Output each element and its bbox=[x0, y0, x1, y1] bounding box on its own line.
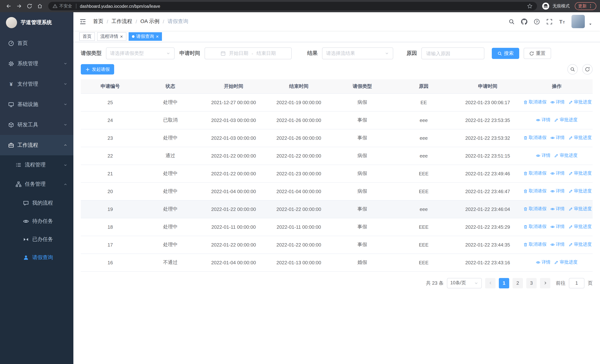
sidebar-item-已办任务[interactable]: 已办任务 bbox=[0, 230, 73, 248]
menu-dots-icon[interactable] bbox=[588, 4, 593, 9]
action-取消请假[interactable]: 取消请假 bbox=[523, 224, 546, 230]
page-button-3[interactable]: 3 bbox=[526, 278, 537, 288]
sidebar-item-工作流程[interactable]: 工作流程 bbox=[0, 135, 73, 155]
sidebar-item-请假查询[interactable]: 请假查询 bbox=[0, 248, 73, 267]
sidebar-item-流程管理[interactable]: 流程管理 bbox=[0, 155, 73, 175]
close-icon[interactable]: × bbox=[120, 34, 123, 39]
user-avatar[interactable] bbox=[572, 15, 585, 28]
next-page-button[interactable] bbox=[540, 278, 550, 288]
column-header: 原因 bbox=[393, 79, 454, 93]
column-header: 操作 bbox=[521, 79, 593, 93]
sidebar-item-label: 请假查询 bbox=[32, 254, 67, 261]
font-size-icon[interactable]: TT bbox=[559, 18, 565, 25]
action-取消请假[interactable]: 取消请假 bbox=[523, 135, 546, 141]
action-取消请假[interactable]: 取消请假 bbox=[523, 188, 546, 195]
sidebar-item-我的流程[interactable]: 我的流程 bbox=[0, 194, 73, 212]
tabs-bar: 首页流程详情×请假查询× bbox=[73, 31, 600, 42]
collapse-sidebar-icon[interactable] bbox=[79, 18, 86, 25]
action-详情[interactable]: 详情 bbox=[550, 99, 565, 105]
github-icon[interactable] bbox=[521, 18, 527, 25]
sidebar-item-任务管理[interactable]: 任务管理 bbox=[0, 175, 73, 194]
sidebar: 芋道管理系统 首页系统管理¥支付管理基础设施研发工具工作流程流程管理任务管理我的… bbox=[0, 12, 73, 364]
action-审批进度[interactable]: 审批进度 bbox=[568, 135, 592, 141]
cancel-icon bbox=[523, 225, 527, 229]
toggle-search-button[interactable] bbox=[567, 64, 578, 75]
action-取消请假[interactable]: 取消请假 bbox=[523, 170, 546, 177]
sidebar-item-基础设施[interactable]: 基础设施 bbox=[0, 94, 73, 114]
sidebar-item-首页[interactable]: 首页 bbox=[0, 33, 73, 53]
action-取消请假[interactable]: 取消请假 bbox=[523, 242, 546, 248]
action-审批进度[interactable]: 审批进度 bbox=[568, 224, 592, 230]
sidebar-item-支付管理[interactable]: ¥支付管理 bbox=[0, 74, 73, 94]
action-详情[interactable]: 详情 bbox=[550, 188, 565, 195]
security-label[interactable]: 不安全 bbox=[59, 3, 72, 9]
reset-button[interactable]: 重置 bbox=[524, 48, 551, 59]
end-date-placeholder: 结束日期 bbox=[256, 50, 276, 57]
action-审批进度[interactable]: 审批进度 bbox=[554, 259, 578, 266]
page-button-2[interactable]: 2 bbox=[513, 278, 523, 288]
create-leave-button[interactable]: 发起请假 bbox=[81, 64, 114, 75]
reload-button[interactable] bbox=[24, 1, 34, 11]
action-审批进度[interactable]: 审批进度 bbox=[554, 117, 578, 123]
browser-url[interactable]: dashboard.yudao.iocoder.cn/bpm/oa/leave bbox=[80, 4, 524, 8]
tab-label: 首页 bbox=[83, 33, 92, 39]
action-详情[interactable]: 详情 bbox=[550, 170, 565, 177]
back-button[interactable] bbox=[4, 1, 13, 11]
result-select[interactable]: 请选择流结果 bbox=[322, 47, 393, 59]
page-size-select[interactable]: 10条/页 bbox=[447, 278, 482, 288]
breadcrumb-item[interactable]: 工作流程 bbox=[112, 18, 132, 25]
tab-流程详情[interactable]: 流程详情× bbox=[97, 32, 126, 41]
action-详情[interactable]: 详情 bbox=[550, 242, 565, 248]
action-详情[interactable]: 详情 bbox=[536, 117, 551, 123]
breadcrumb-item[interactable]: OA 示例 bbox=[141, 18, 159, 25]
sidebar-item-系统管理[interactable]: 系统管理 bbox=[0, 53, 73, 74]
reason-input[interactable] bbox=[425, 50, 480, 56]
home-button[interactable] bbox=[35, 1, 45, 11]
action-详情[interactable]: 详情 bbox=[550, 135, 565, 141]
search-icon[interactable] bbox=[508, 18, 515, 25]
task-icon bbox=[16, 181, 21, 187]
action-审批进度[interactable]: 审批进度 bbox=[568, 99, 592, 105]
action-取消请假[interactable]: 取消请假 bbox=[523, 206, 546, 212]
detail-icon bbox=[550, 189, 555, 194]
action-详情[interactable]: 详情 bbox=[536, 152, 551, 159]
action-审批进度[interactable]: 审批进度 bbox=[554, 152, 578, 159]
address-bar[interactable]: 不安全 dashboard.yudao.iocoder.cn/bpm/oa/le… bbox=[48, 2, 537, 10]
action-详情[interactable]: 详情 bbox=[536, 259, 551, 266]
tab-请假查询[interactable]: 请假查询× bbox=[128, 32, 162, 41]
column-header: 申请时间 bbox=[454, 79, 521, 93]
column-header: 结束时间 bbox=[266, 79, 332, 93]
leave-type-select[interactable]: 请选择请假类型 bbox=[106, 47, 175, 59]
app-logo[interactable]: 芋道管理系统 bbox=[0, 12, 73, 33]
update-button[interactable]: 更新 bbox=[575, 2, 596, 10]
caret-down-icon[interactable] bbox=[588, 22, 593, 26]
cell-reason: eee bbox=[393, 129, 454, 147]
fullscreen-icon[interactable] bbox=[546, 18, 553, 25]
prev-page-button[interactable] bbox=[485, 278, 496, 288]
breadcrumb-item[interactable]: 首页 bbox=[93, 18, 103, 25]
close-icon[interactable]: × bbox=[156, 34, 159, 39]
forward-button[interactable] bbox=[14, 1, 24, 11]
action-审批进度[interactable]: 审批进度 bbox=[568, 242, 592, 248]
action-审批进度[interactable]: 审批进度 bbox=[568, 188, 592, 195]
cell-actions: 取消请假详情审批进度 bbox=[521, 218, 593, 236]
sidebar-item-研发工具[interactable]: 研发工具 bbox=[0, 114, 73, 135]
action-审批进度[interactable]: 审批进度 bbox=[568, 170, 592, 177]
page-button-1[interactable]: 1 bbox=[499, 278, 509, 288]
tab-首页[interactable]: 首页 bbox=[79, 32, 95, 41]
goto-label: 前往 bbox=[556, 280, 565, 286]
action-详情[interactable]: 详情 bbox=[550, 224, 565, 230]
sidebar-item-待办任务[interactable]: 待办任务 bbox=[0, 212, 73, 230]
refresh-table-button[interactable] bbox=[582, 64, 593, 75]
search-button[interactable]: 搜索 bbox=[492, 48, 519, 59]
action-取消请假[interactable]: 取消请假 bbox=[523, 99, 546, 105]
refresh-icon bbox=[529, 51, 534, 56]
apply-time-range-picker[interactable]: 开始日期 - 结束日期 bbox=[205, 47, 292, 59]
bookmark-star-icon[interactable] bbox=[527, 3, 533, 9]
help-icon[interactable]: ? bbox=[534, 18, 540, 25]
goto-page-input[interactable] bbox=[569, 278, 584, 288]
action-详情[interactable]: 详情 bbox=[550, 206, 565, 212]
action-审批进度[interactable]: 审批进度 bbox=[568, 206, 592, 212]
table-row: 23处理中2022-01-03 00:00:002022-01-26 00:00… bbox=[81, 129, 593, 147]
cell-apply_time: 2022-01-22 23:51:15 bbox=[454, 147, 521, 165]
